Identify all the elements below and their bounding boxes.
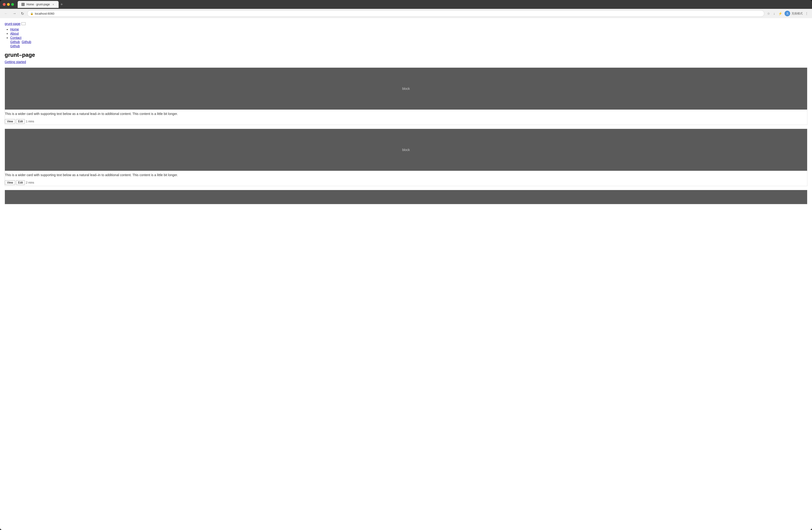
nav-github-links-2: Github xyxy=(5,44,807,48)
github-link-3[interactable]: Github xyxy=(10,44,20,48)
traffic-lights xyxy=(3,3,14,6)
card-1: block This is a wider card with supporti… xyxy=(5,68,807,125)
card-2-image: block xyxy=(5,129,807,171)
toolbar: ← → ↻ 🔒 localhost:6060 ☆ ↓ ⚡ 无 无痕模式 ⋮ xyxy=(0,9,812,18)
bookmark-button[interactable]: ☆ xyxy=(766,11,771,16)
maximize-window-button[interactable] xyxy=(11,3,14,6)
extensions-button[interactable]: ⚡ xyxy=(777,11,783,16)
tab-favicon-icon xyxy=(21,3,25,6)
page-heading: grunt–page xyxy=(5,52,807,58)
site-title-link[interactable]: grunt-page xyxy=(5,22,26,26)
close-window-button[interactable] xyxy=(3,3,5,6)
page-content: grunt-page Home About Contact Github Git… xyxy=(0,18,812,530)
nav-list: Home About Contact xyxy=(5,27,807,40)
github-link-2[interactable]: Github xyxy=(21,40,31,44)
incognito-label: 无痕模式 xyxy=(792,12,803,16)
downloads-button[interactable]: ↓ xyxy=(772,11,776,16)
back-button[interactable]: ← xyxy=(3,11,9,16)
forward-button[interactable]: → xyxy=(11,11,18,16)
card-1-edit-button[interactable]: Edit xyxy=(16,119,25,124)
card-3-partial xyxy=(5,190,807,204)
list-item: Home xyxy=(10,27,807,31)
getting-started-link[interactable]: Getting started xyxy=(5,60,807,64)
new-tab-button[interactable]: + xyxy=(59,2,65,6)
card-2: block This is a wider card with supporti… xyxy=(5,129,807,186)
browser-window: Home · grunt-page × + ← → ↻ 🔒 localhost:… xyxy=(0,0,812,530)
toolbar-actions: ☆ ↓ ⚡ 无 无痕模式 ⋮ xyxy=(766,11,809,16)
tab-close-button[interactable]: × xyxy=(52,3,55,6)
list-item: About xyxy=(10,32,807,35)
card-1-footer: View Edit 1 mins xyxy=(5,118,807,125)
nav-toggle-button[interactable] xyxy=(21,22,26,25)
site-nav: grunt-page Home About Contact Github Git… xyxy=(5,22,807,48)
user-avatar[interactable]: 无 xyxy=(785,11,790,16)
lock-icon: 🔒 xyxy=(30,12,33,15)
card-2-view-button[interactable]: View xyxy=(5,180,15,185)
card-2-edit-button[interactable]: Edit xyxy=(16,180,25,185)
card-3-partial-image xyxy=(5,190,807,204)
address-bar[interactable]: 🔒 localhost:6060 xyxy=(27,10,764,17)
card-1-time: 1 mins xyxy=(26,120,34,123)
card-1-image: block xyxy=(5,68,807,110)
card-1-view-button[interactable]: View xyxy=(5,119,15,124)
title-bar: Home · grunt-page × + xyxy=(0,0,812,9)
nav-link-home[interactable]: Home xyxy=(10,27,19,31)
card-1-description: This is a wider card with supporting tex… xyxy=(5,110,807,118)
tab-title: Home · grunt-page xyxy=(27,3,50,6)
nav-github-links: Github Github xyxy=(5,40,807,44)
active-tab[interactable]: Home · grunt-page × xyxy=(18,1,59,8)
reload-button[interactable]: ↻ xyxy=(19,11,25,17)
tab-bar: Home · grunt-page × + xyxy=(18,1,809,8)
card-2-description: This is a wider card with supporting tex… xyxy=(5,171,807,180)
nav-link-about[interactable]: About xyxy=(10,32,19,35)
card-2-time: 2 mins xyxy=(26,181,34,184)
list-item: Contact xyxy=(10,36,807,40)
url-text: localhost:6060 xyxy=(35,12,54,15)
menu-button[interactable]: ⋮ xyxy=(804,11,809,16)
card-2-footer: View Edit 2 mins xyxy=(5,180,807,186)
nav-link-contact[interactable]: Contact xyxy=(10,36,21,40)
github-link-1[interactable]: Github xyxy=(10,40,20,44)
minimize-window-button[interactable] xyxy=(7,3,10,6)
